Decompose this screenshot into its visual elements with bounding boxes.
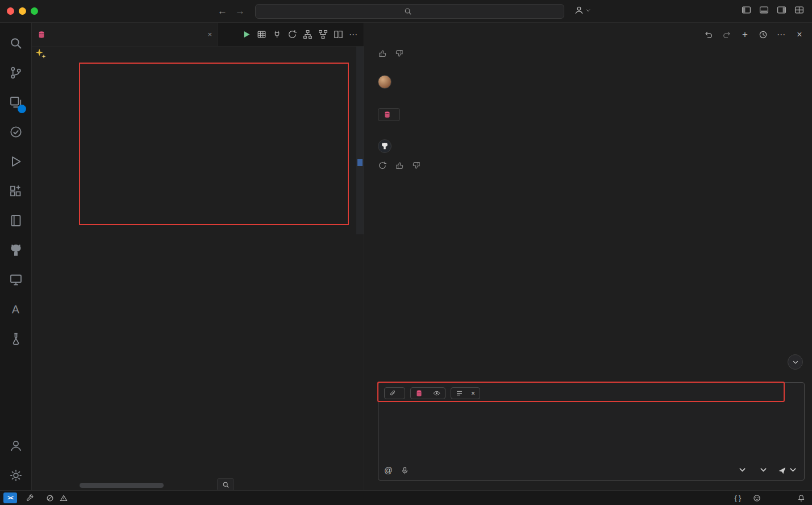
activity-source-control[interactable] — [2, 58, 30, 88]
plan-file-context-chip[interactable]: × — [451, 387, 480, 399]
status-bar: >< { } — [0, 490, 812, 505]
rerun-icon[interactable] — [378, 161, 387, 170]
new-chat-icon[interactable]: + — [739, 29, 751, 40]
source-control-icon — [9, 66, 23, 80]
thumbs-down-icon[interactable] — [412, 161, 421, 170]
search-icon — [404, 7, 412, 15]
send-button[interactable] — [778, 465, 797, 475]
activity-extensions[interactable] — [2, 176, 30, 206]
current-file-context-chip[interactable] — [410, 387, 445, 399]
wrench-icon — [26, 494, 34, 502]
copilot-status[interactable] — [753, 494, 761, 502]
language-mode-status[interactable]: { } — [735, 494, 744, 502]
message-feedback-actions — [378, 49, 798, 58]
chat-input-box[interactable]: × @ — [378, 382, 805, 481]
code-editor[interactable] — [32, 47, 364, 481]
assistant-message-header — [378, 139, 798, 153]
split-editor-icon[interactable] — [334, 30, 343, 39]
microphone-icon[interactable] — [401, 466, 409, 475]
activity-remote-explorer[interactable] — [2, 265, 30, 295]
run-query-icon[interactable] — [241, 30, 251, 39]
activity-mssql[interactable] — [2, 324, 30, 354]
customize-layout-icon[interactable] — [794, 5, 804, 15]
model-picker[interactable] — [757, 465, 768, 475]
attached-file-chip[interactable] — [378, 108, 400, 121]
copilot-sparkle-icon[interactable] — [35, 48, 47, 63]
editor-actions: ⋯ — [218, 23, 364, 46]
results-grid-icon[interactable] — [257, 30, 266, 39]
tab-mssql-chat-query-editor[interactable]: × — [32, 23, 218, 46]
activity-accounts[interactable] — [2, 431, 30, 461]
traffic-lights — [7, 7, 38, 15]
actual-plan-icon[interactable] — [318, 30, 328, 39]
editor-scrollbar[interactable] — [356, 47, 364, 234]
horizontal-scrollbar[interactable] — [80, 483, 164, 488]
book-icon — [9, 214, 23, 227]
toggle-panel-icon[interactable] — [759, 5, 769, 15]
azure-icon: A — [12, 303, 19, 316]
remote-indicator[interactable]: >< — [3, 492, 17, 503]
chat-history-icon[interactable] — [757, 29, 769, 40]
editor-group: × ⋯ — [32, 23, 364, 490]
database-icon — [384, 111, 391, 118]
activity-github[interactable] — [2, 235, 30, 265]
activity-references[interactable] — [2, 88, 30, 117]
redo-icon[interactable] — [721, 29, 732, 40]
context-row: × — [384, 387, 798, 399]
bell-icon — [797, 494, 805, 502]
more-actions-icon[interactable]: ⋯ — [349, 30, 358, 40]
mode-picker[interactable] — [736, 465, 747, 475]
toggle-primary-sidebar-icon[interactable] — [742, 5, 751, 15]
chat-input-toolbar: @ — [384, 465, 797, 475]
toggle-secondary-sidebar-icon[interactable] — [777, 5, 786, 15]
add-context-button[interactable] — [384, 387, 405, 399]
remove-context-icon[interactable]: × — [471, 390, 475, 398]
magnifier-icon — [222, 481, 230, 489]
minimize-window-button[interactable] — [19, 7, 26, 15]
copilot-icon — [753, 494, 761, 502]
account-icon — [574, 5, 584, 15]
chevron-down-icon — [738, 465, 747, 474]
activity-search[interactable] — [2, 28, 30, 58]
chat-more-icon[interactable]: ⋯ — [776, 29, 787, 40]
chevron-down-icon — [759, 465, 768, 474]
problems-status[interactable] — [46, 494, 70, 502]
vscode-window: ← → A — [0, 0, 812, 505]
thumbs-down-icon[interactable] — [395, 49, 404, 58]
close-panel-icon[interactable]: × — [794, 29, 805, 40]
eye-icon[interactable] — [433, 390, 440, 397]
warning-icon — [60, 494, 68, 502]
launchpad-status[interactable] — [26, 494, 37, 502]
undo-icon[interactable] — [703, 29, 714, 40]
activity-azure[interactable]: A — [2, 295, 30, 324]
activity-settings[interactable] — [2, 461, 30, 490]
activity-notebook[interactable] — [2, 206, 30, 235]
editor-zoom-button[interactable] — [217, 478, 234, 491]
command-center-search[interactable] — [255, 4, 564, 19]
github-icon — [9, 243, 23, 257]
person-icon — [9, 439, 23, 453]
scroll-to-bottom-button[interactable] — [788, 354, 803, 370]
accounts-menu[interactable] — [574, 5, 591, 15]
assistant-avatar — [378, 139, 392, 153]
paperclip-icon — [389, 390, 397, 397]
chat-panel: + ⋯ × — [364, 23, 812, 490]
title-bar: ← → — [0, 0, 812, 23]
estimated-plan-icon[interactable] — [303, 30, 313, 39]
navigate-forward-icon[interactable]: → — [235, 6, 245, 17]
change-connection-icon[interactable] — [288, 30, 297, 39]
close-window-button[interactable] — [7, 7, 14, 15]
database-icon — [38, 31, 45, 39]
activity-run-debug[interactable] — [2, 147, 30, 176]
activity-testing[interactable] — [2, 117, 30, 147]
maximize-window-button[interactable] — [31, 7, 38, 15]
database-icon — [415, 390, 423, 397]
tab-close-icon[interactable]: × — [207, 30, 212, 39]
connect-icon[interactable] — [272, 30, 282, 39]
activity-badge — [18, 105, 26, 113]
mention-icon[interactable]: @ — [384, 466, 393, 475]
thumbs-up-icon[interactable] — [395, 161, 404, 170]
notifications-bell[interactable] — [797, 494, 805, 502]
thumbs-up-icon[interactable] — [378, 49, 387, 58]
navigate-back-icon[interactable]: ← — [218, 6, 227, 17]
